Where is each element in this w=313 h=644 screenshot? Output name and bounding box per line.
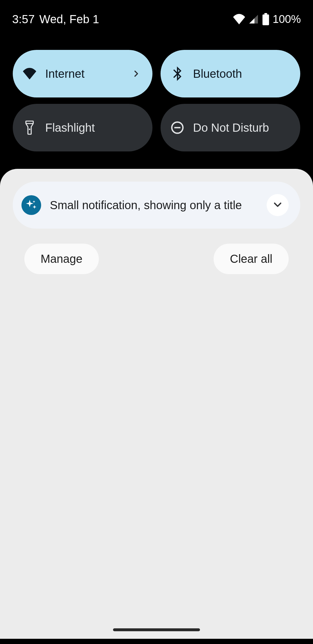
clock: 3:57 xyxy=(12,13,35,26)
qs-flashlight-tile[interactable]: Flashlight xyxy=(13,104,152,151)
svg-rect-1 xyxy=(262,15,269,25)
svg-rect-2 xyxy=(26,121,33,124)
notification-actions: Manage Clear all xyxy=(13,244,300,274)
qs-tile-label: Do Not Disturb xyxy=(193,121,289,134)
notification-card[interactable]: Small notification, showing only a title xyxy=(13,182,300,229)
battery-icon xyxy=(262,13,270,25)
svg-point-3 xyxy=(29,129,30,130)
svg-rect-0 xyxy=(264,13,267,15)
status-right: 100% xyxy=(233,13,301,26)
cellular-signal-icon xyxy=(248,14,259,24)
sparkle-icon xyxy=(21,195,41,215)
qs-bluetooth-tile[interactable]: Bluetooth xyxy=(161,50,300,97)
date: Wed, Feb 1 xyxy=(39,13,99,26)
qs-dnd-tile[interactable]: Do Not Disturb xyxy=(161,104,300,151)
do-not-disturb-icon xyxy=(169,121,185,134)
status-bar: 3:57 Wed, Feb 1 100% xyxy=(0,0,313,29)
battery-percentage: 100% xyxy=(273,13,301,26)
qs-tile-label: Internet xyxy=(45,67,123,80)
chevron-right-icon xyxy=(131,70,141,77)
notification-title: Small notification, showing only a title xyxy=(50,199,258,212)
quick-settings-panel: Internet Bluetooth Flashlight Do Not Dis xyxy=(0,29,313,169)
clear-all-button[interactable]: Clear all xyxy=(214,244,289,274)
flashlight-icon xyxy=(21,120,38,135)
bluetooth-icon xyxy=(169,66,185,81)
qs-internet-tile[interactable]: Internet xyxy=(13,50,152,97)
wifi-icon xyxy=(233,14,245,24)
wifi-icon xyxy=(21,68,38,79)
status-left: 3:57 Wed, Feb 1 xyxy=(12,13,99,26)
qs-tile-label: Flashlight xyxy=(45,121,141,134)
notification-shade: Small notification, showing only a title… xyxy=(0,169,313,639)
expand-button[interactable] xyxy=(267,194,289,216)
qs-tile-label: Bluetooth xyxy=(193,67,289,80)
chevron-down-icon xyxy=(272,199,283,211)
manage-button[interactable]: Manage xyxy=(24,244,99,274)
gesture-nav-handle[interactable] xyxy=(113,628,200,631)
